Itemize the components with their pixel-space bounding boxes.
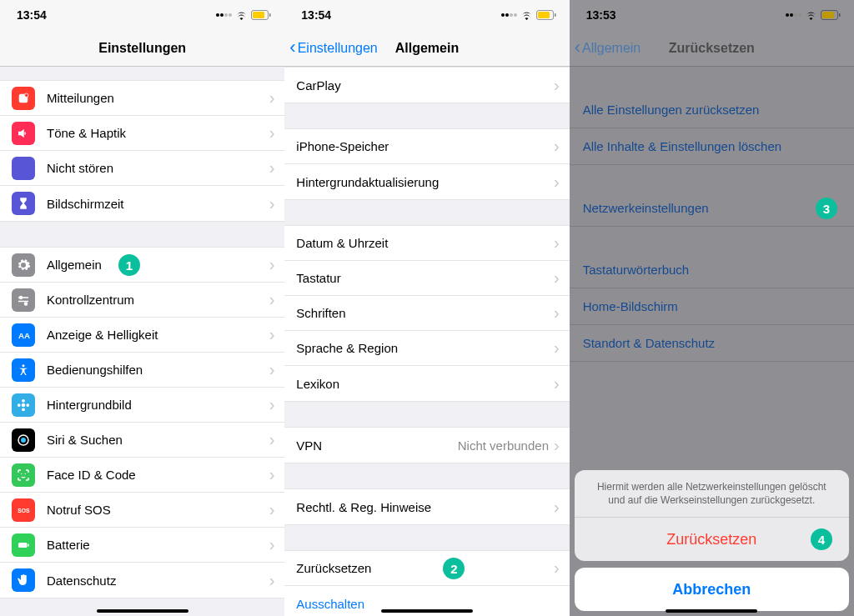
general-row-hintergrundaktualisierung[interactable]: Hintergrundaktualisierung›: [284, 164, 569, 199]
svg-point-11: [22, 403, 26, 407]
svg-point-17: [21, 438, 26, 443]
back-button[interactable]: ‹ Einstellungen: [289, 30, 377, 66]
settings-row-notruf-sos[interactable]: SOSNotruf SOS›: [0, 493, 284, 528]
row-label: Bedienungshilfen: [47, 363, 269, 377]
svg-point-10: [23, 364, 25, 367]
svg-rect-8: [18, 297, 28, 298]
chevron-right-icon: ›: [554, 498, 560, 517]
settings-row-hintergrundbild[interactable]: Hintergrundbild›: [0, 388, 284, 423]
general-row-datum-uhrzeit[interactable]: Datum & Uhrzeit›: [284, 226, 569, 261]
general-row-lexikon[interactable]: Lexikon›: [284, 366, 569, 401]
back-label: Einstellungen: [298, 41, 378, 56]
hourglass-icon: [12, 192, 35, 215]
general-row-tastatur[interactable]: Tastatur›: [284, 261, 569, 296]
flower-icon: [12, 393, 35, 417]
settings-row-t-ne-haptik[interactable]: Töne & Haptik›: [0, 116, 284, 151]
reset-row-alle-inhalte-einstellungen-l-schen[interactable]: Alle Inhalte & Einstellungen löschen: [570, 128, 854, 165]
row-label: VPN: [296, 438, 457, 453]
general-row-schriften[interactable]: Schriften›: [284, 296, 569, 331]
chevron-right-icon: ›: [554, 268, 560, 288]
reset-row-home-bildschirm[interactable]: Home-Bildschirm: [570, 288, 854, 325]
status-icons: [216, 10, 271, 20]
page-title: Einstellungen: [98, 41, 186, 56]
general-row-carplay[interactable]: CarPlay›: [284, 68, 569, 103]
general-row-sprache-region[interactable]: Sprache & Region›: [284, 331, 569, 366]
row-label: Alle Inhalte & Einstellungen löschen: [583, 139, 782, 153]
svg-rect-28: [839, 13, 841, 17]
screen-settings-root: 13:54 Einstellungen Mitteilungen›Töne & …: [0, 0, 284, 616]
chevron-right-icon: ›: [269, 465, 275, 484]
reset-confirm-button[interactable]: Zurücksetzen 4: [575, 518, 849, 561]
general-row-vpn[interactable]: VPNNicht verbunden›: [284, 428, 569, 463]
settings-row-anzeige-helligkeit[interactable]: AAAnzeige & Helligkeit›: [0, 318, 284, 353]
gear-icon: [12, 253, 35, 277]
settings-row-batterie[interactable]: Batterie›: [0, 528, 284, 563]
screen-general: 13:54 ‹ Einstellungen Allgemein CarPlay›…: [284, 0, 569, 616]
status-icons: [501, 10, 556, 20]
chevron-right-icon: ›: [269, 535, 275, 554]
general-content[interactable]: CarPlay› iPhone-Speicher›Hintergrundaktu…: [284, 67, 569, 616]
general-row-rechtl-reg-hinweise[interactable]: Rechtl. & Reg. Hinweise›: [284, 489, 569, 524]
step-badge-1: 1: [118, 254, 140, 276]
sos-icon: SOS: [12, 498, 35, 522]
settings-row-kontrollzentrum[interactable]: Kontrollzentrum›: [0, 283, 284, 318]
back-button[interactable]: ‹ Allgemein: [575, 30, 641, 66]
general-row-zur-cksetzen[interactable]: Zurücksetzen›2: [284, 551, 569, 586]
chevron-right-icon: ›: [554, 76, 560, 95]
faceid-icon: [12, 463, 35, 487]
step-badge-2: 2: [443, 558, 465, 579]
settings-row-bildschirmzeit[interactable]: Bildschirmzeit›: [0, 186, 284, 221]
home-indicator[interactable]: [381, 609, 473, 613]
svg-point-15: [26, 403, 29, 407]
status-icons: [786, 10, 841, 20]
svg-point-19: [25, 473, 27, 474]
reset-row-alle-einstellungen-zur-cksetzen[interactable]: Alle Einstellungen zurücksetzen: [570, 92, 854, 128]
chevron-right-icon: ›: [554, 233, 560, 253]
chevron-left-icon: ‹: [575, 38, 580, 57]
battery-icon: [12, 533, 35, 557]
reset-row-netzwerkeinstellungen[interactable]: Netzwerkeinstellungen3: [570, 190, 854, 227]
settings-row-face-id-code[interactable]: Face ID & Code›: [0, 458, 284, 493]
row-label: Siri & Suchen: [47, 433, 269, 447]
svg-point-18: [21, 473, 23, 474]
home-indicator[interactable]: [97, 609, 188, 613]
square-badge-icon: [12, 87, 35, 110]
row-label: Kontrollzentrum: [47, 293, 269, 307]
reset-row-standort-datenschutz[interactable]: Standort & Datenschutz: [570, 325, 854, 362]
general-row-iphone-speicher[interactable]: iPhone-Speicher›: [284, 129, 569, 164]
status-time: 13:54: [17, 8, 47, 22]
status-bar: 13:54: [0, 0, 284, 30]
row-label: Tastaturwörterbuch: [583, 263, 690, 277]
settings-row-siri-suchen[interactable]: Siri & Suchen›: [0, 423, 284, 458]
row-label: Schriften: [296, 306, 554, 320]
row-label: Allgemein: [47, 258, 269, 272]
settings-row-nicht-st-ren[interactable]: Nicht stören›: [0, 151, 284, 186]
chevron-right-icon: ›: [554, 173, 560, 192]
settings-row-allgemein[interactable]: Allgemein›1: [0, 248, 284, 283]
chevron-right-icon: ›: [269, 194, 275, 213]
chevron-right-icon: ›: [269, 123, 275, 143]
cancel-button[interactable]: Abbrechen: [575, 568, 849, 611]
svg-point-7: [24, 302, 28, 306]
row-label: Standort & Datenschutz: [583, 336, 715, 350]
chevron-right-icon: ›: [269, 158, 275, 178]
cancel-label: Abbrechen: [672, 581, 751, 598]
svg-point-12: [22, 398, 25, 402]
row-label: Datenschutz: [47, 573, 269, 588]
access-icon: [12, 358, 35, 382]
settings-row-datenschutz[interactable]: Datenschutz›: [0, 563, 284, 598]
reset-row-tastaturw-rterbuch[interactable]: Tastaturwörterbuch: [570, 252, 854, 288]
chevron-right-icon: ›: [269, 430, 275, 449]
row-label: CarPlay: [296, 78, 554, 93]
row-label: Home-Bildschirm: [583, 299, 678, 313]
settings-row-bedienungshilfen[interactable]: Bedienungshilfen›: [0, 353, 284, 388]
row-label: Anzeige & Helligkeit: [47, 328, 269, 342]
settings-row-mitteilungen[interactable]: Mitteilungen›: [0, 81, 284, 116]
action-sheet: Hiermit werden alle Netzwerkeinstellunge…: [575, 470, 849, 611]
svg-rect-6: [18, 300, 28, 302]
row-label: Batterie: [47, 538, 269, 552]
svg-rect-22: [28, 543, 29, 546]
settings-content[interactable]: Mitteilungen›Töne & Haptik›Nicht stören›…: [0, 67, 284, 616]
step-badge-3: 3: [816, 198, 837, 219]
home-indicator[interactable]: [666, 609, 757, 613]
